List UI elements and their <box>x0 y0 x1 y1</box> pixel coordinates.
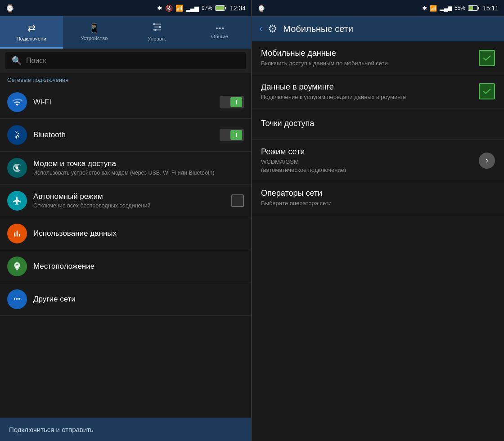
page-title: Мобильные сети <box>283 24 353 34</box>
search-inner[interactable]: 🔍 <box>5 52 246 69</box>
svg-point-5 <box>154 29 157 31</box>
settings-item-location[interactable]: Местоположение <box>0 250 251 283</box>
status-bar-left: ⌚ ✱ 🔇 📶 ▂▄▆ 97% 12:34 <box>0 0 251 16</box>
settings-item-datausage[interactable]: Использование данных <box>0 217 251 250</box>
time-right: 15:11 <box>483 4 499 12</box>
settings-item-bluetooth[interactable]: Bluetooth I <box>0 119 251 152</box>
mobiledata-checkmark <box>479 50 495 66</box>
tab-device-label: Устройство <box>81 36 108 41</box>
datausage-icon <box>7 224 27 243</box>
settings-item-tethering[interactable]: Модем и точка доступа Использовать устро… <box>0 152 251 184</box>
bottom-bar[interactable]: Подключиться и отправить <box>0 418 251 441</box>
tab-general-icon: • • • <box>216 25 224 32</box>
tab-manage[interactable]: Управл. <box>126 16 189 49</box>
tab-connections[interactable]: ⇄ Подключени <box>0 16 63 49</box>
wifi-icon <box>7 92 27 112</box>
apn-title: Точки доступа <box>261 119 495 128</box>
bluetooth-status-icon: ✱ <box>157 4 162 12</box>
right-item-networkmode[interactable]: Режим сети WCDMA/GSM(автоматическое подк… <box>252 140 504 181</box>
back-button[interactable]: ‹ <box>259 23 262 35</box>
page-header: ‹ ⚙ Мобильные сети <box>252 16 504 41</box>
settings-item-airplane[interactable]: Автономный режим Отключение всех беспров… <box>0 184 251 217</box>
watch-icon-right: ⌚ <box>257 4 265 12</box>
svg-point-3 <box>153 23 155 25</box>
networkmode-subtitle: WCDMA/GSM(автоматическое подключение) <box>261 158 479 174</box>
battery-icon-right <box>468 5 478 11</box>
tab-general[interactable]: • • • Общие <box>189 16 252 49</box>
right-item-mobiledata[interactable]: Мобильные данные Включить доступ к данны… <box>252 41 504 75</box>
airplane-checkbox[interactable] <box>231 194 244 207</box>
tab-device[interactable]: 📱 Устройство <box>63 16 126 49</box>
wifi-status-icon: 📶 <box>176 4 183 12</box>
signal-bars-right: ▂▄▆ <box>440 5 452 11</box>
airplane-subtitle: Отключение всех беспроводных соединений <box>33 202 231 209</box>
search-input[interactable] <box>26 57 239 65</box>
othernets-item-text: Другие сети <box>33 295 244 304</box>
operators-subtitle: Выберите оператора сети <box>261 199 495 207</box>
wifi-toggle-knob: I <box>230 97 242 107</box>
mobile-networks-gear-icon: ⚙ <box>268 22 278 35</box>
mobiledata-text: Мобильные данные Включить доступ к данны… <box>261 49 479 68</box>
battery-icon-left <box>215 5 225 11</box>
watch-icon: ⌚ <box>5 4 14 13</box>
status-bar-right: ⌚ ✱ 📶 ▂▄▆ 55% 15:11 <box>252 0 504 16</box>
right-item-roaming[interactable]: Данные в роуминге Подключение к услугам … <box>252 75 504 109</box>
bluetooth-toggle-knob: I <box>230 130 242 140</box>
time-left: 12:34 <box>230 4 246 12</box>
tethering-icon <box>7 158 27 178</box>
left-panel: ⌚ ✱ 🔇 📶 ▂▄▆ 97% 12:34 ⇄ Подключени 📱 Уст… <box>0 0 252 441</box>
mobiledata-title: Мобильные данные <box>261 49 479 58</box>
airplane-icon <box>7 191 27 211</box>
networkmode-chevron: › <box>479 153 495 169</box>
roaming-text: Данные в роуминге Подключение к услугам … <box>261 82 479 101</box>
right-panel: ⌚ ✱ 📶 ▂▄▆ 55% 15:11 ‹ ⚙ Мобильные сети М… <box>252 0 504 441</box>
status-bar-right-left: ⌚ <box>257 4 265 12</box>
svg-point-4 <box>159 26 161 28</box>
wifi-title: Wi-Fi <box>33 98 220 107</box>
tethering-title: Модем и точка доступа <box>33 159 244 168</box>
search-icon: 🔍 <box>12 56 22 66</box>
tab-device-icon: 📱 <box>89 23 100 34</box>
battery-fill-left <box>216 6 224 10</box>
settings-item-wifi[interactable]: Wi-Fi I <box>0 86 251 119</box>
settings-item-othernets[interactable]: ••• Другие сети <box>0 283 251 316</box>
location-icon <box>7 256 27 276</box>
signal-bars-left: ▂▄▆ <box>186 5 199 12</box>
airplane-item-text: Автономный режим Отключение всех беспров… <box>33 192 231 209</box>
tab-connections-icon: ⇄ <box>27 22 36 34</box>
status-bar-right-right: ✱ 📶 ▂▄▆ 55% 15:11 <box>422 4 499 12</box>
tab-manage-icon <box>152 22 162 34</box>
status-bar-left-icons: ⌚ <box>5 4 14 13</box>
silent-icon: 🔇 <box>165 4 173 12</box>
othernets-icon: ••• <box>7 289 27 309</box>
settings-list: Wi-Fi I Bluetooth I <box>0 86 251 418</box>
right-item-operators[interactable]: Операторы сети Выберите оператора сети <box>252 181 504 215</box>
apn-text: Точки доступа <box>261 119 495 130</box>
tethering-subtitle: Использовать устройство как модем (через… <box>33 169 244 176</box>
location-item-text: Местоположение <box>33 262 244 271</box>
tab-manage-label: Управл. <box>148 36 166 41</box>
bluetooth-icon-right: ✱ <box>422 5 427 12</box>
tab-general-label: Общие <box>211 34 228 39</box>
bluetooth-title: Bluetooth <box>33 130 220 140</box>
bluetooth-item-text: Bluetooth <box>33 130 220 140</box>
operators-title: Операторы сети <box>261 189 495 198</box>
airplane-title: Автономный режим <box>33 192 231 201</box>
section-header-network: Сетевые подключения <box>0 73 251 86</box>
datausage-title: Использование данных <box>33 229 244 238</box>
roaming-subtitle: Подключение к услугам передачи данных в … <box>261 93 479 101</box>
tab-connections-label: Подключени <box>16 36 46 41</box>
svg-rect-2 <box>153 30 161 31</box>
tethering-item-text: Модем и точка доступа Использовать устро… <box>33 159 244 176</box>
tabs-bar: ⇄ Подключени 📱 Устройство Управл. • • • <box>0 16 251 49</box>
wifi-icon-right: 📶 <box>430 5 437 12</box>
location-title: Местоположение <box>33 262 244 271</box>
roaming-title: Данные в роуминге <box>261 82 479 92</box>
battery-percent-right: 55% <box>454 5 465 11</box>
svg-rect-1 <box>154 27 159 27</box>
networkmode-title: Режим сети <box>261 147 479 157</box>
right-item-apn[interactable]: Точки доступа <box>252 108 504 140</box>
wifi-toggle[interactable]: I <box>220 96 244 108</box>
battery-percent-left: 97% <box>202 5 212 11</box>
bluetooth-toggle[interactable]: I <box>220 129 244 141</box>
